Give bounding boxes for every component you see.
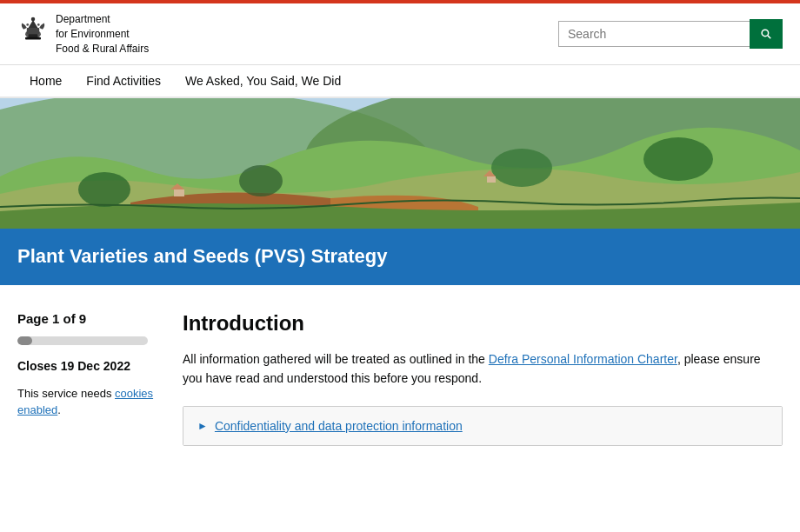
search-area [558, 19, 783, 49]
close-button-hint[interactable] [774, 0, 800, 3]
article-heading: Introduction [183, 311, 783, 336]
accordion-arrow-icon: ► [197, 420, 208, 432]
svg-line-9 [768, 36, 770, 38]
landscape-illustration [0, 98, 800, 229]
accordion-item-confidentiality: ► Confidentiality and data protection in… [183, 406, 783, 446]
hero-image [0, 98, 800, 229]
svg-point-13 [78, 172, 130, 207]
search-input[interactable] [558, 21, 750, 47]
svg-point-14 [239, 165, 283, 196]
nav-item-find-activities[interactable]: Find Activities [74, 65, 173, 96]
svg-point-5 [37, 23, 40, 26]
svg-rect-19 [487, 176, 496, 183]
title-banner: Plant Varieties and Seeds (PVS) Strategy [0, 229, 800, 285]
main-nav: Home Find Activities We Asked, You Said,… [0, 65, 800, 98]
nav-item-we-asked[interactable]: We Asked, You Said, We Did [173, 65, 353, 96]
search-button[interactable] [750, 19, 783, 49]
cookies-notice: This service needs cookies enabled. [17, 385, 165, 419]
search-icon [761, 27, 771, 41]
page-title: Plant Varieties and Seeds (PVS) Strategy [17, 244, 783, 269]
article: Introduction All information gathered wi… [183, 311, 783, 446]
main-content: Page 1 of 9 Closes 19 Dec 2022 This serv… [0, 285, 800, 472]
defra-charter-link[interactable]: Defra Personal Information Charter [489, 352, 677, 366]
svg-rect-17 [174, 190, 184, 196]
header: Department for Environment Food & Rural … [0, 3, 800, 65]
nav-item-home[interactable]: Home [17, 65, 74, 96]
svg-rect-1 [27, 28, 39, 34]
svg-point-16 [643, 137, 713, 181]
accordion-header[interactable]: ► Confidentiality and data protection in… [183, 407, 782, 445]
org-name: Department for Environment Food & Rural … [56, 12, 149, 56]
page-counter: Page 1 of 9 [17, 311, 165, 326]
closes-date: Closes 19 Dec 2022 [17, 359, 165, 373]
progress-bar-fill [17, 336, 32, 345]
crest-icon [17, 12, 49, 43]
svg-point-4 [26, 23, 29, 26]
accordion-label[interactable]: Confidentiality and data protection info… [215, 419, 463, 433]
nav-link-we-asked[interactable]: We Asked, You Said, We Did [173, 65, 353, 96]
nav-link-home[interactable]: Home [17, 65, 74, 96]
logo-area: Department for Environment Food & Rural … [17, 12, 149, 56]
body-text-start: All information gathered will be treated… [183, 352, 489, 366]
svg-point-3 [31, 17, 36, 22]
svg-point-8 [762, 30, 769, 37]
cookies-suffix: . [57, 403, 61, 416]
sidebar: Page 1 of 9 Closes 19 Dec 2022 This serv… [17, 311, 183, 419]
svg-point-15 [491, 149, 552, 187]
article-body: All information gathered will be treated… [183, 349, 783, 389]
cookies-text: This service needs [17, 387, 115, 400]
nav-link-find-activities[interactable]: Find Activities [74, 65, 173, 96]
svg-rect-7 [25, 37, 41, 40]
progress-bar [17, 336, 148, 345]
